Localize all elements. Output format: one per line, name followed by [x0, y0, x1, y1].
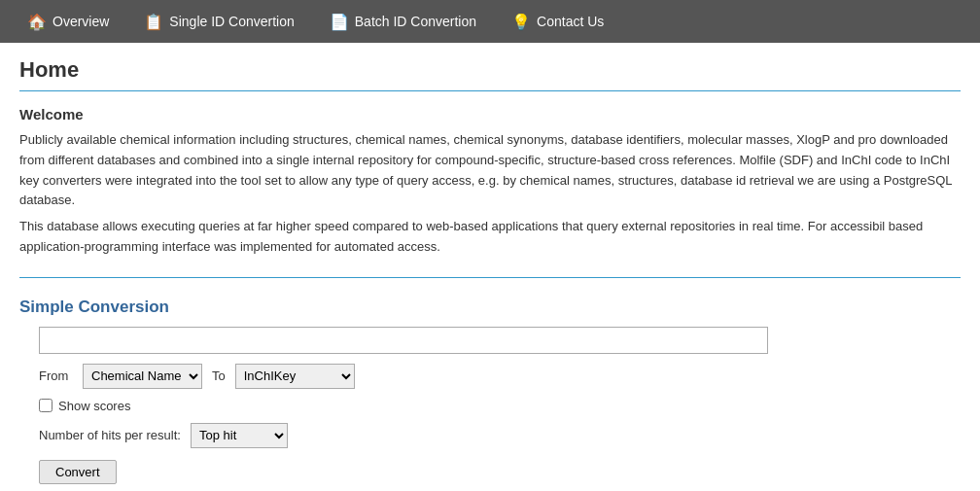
nav-contact[interactable]: 💡 Contact Us	[494, 0, 621, 43]
nav-contact-label: Contact Us	[537, 14, 604, 29]
query-input-row	[39, 327, 961, 354]
nav-overview-label: Overview	[52, 14, 109, 29]
title-divider	[19, 90, 961, 91]
hits-label: Number of hits per result:	[39, 428, 181, 442]
section-divider	[19, 277, 961, 278]
conversion-form: From Chemical Name InChI InChIKey SMILES…	[39, 327, 961, 484]
home-icon: 🏠	[27, 13, 47, 31]
from-label: From	[39, 368, 73, 383]
to-select[interactable]: InChIKey InChI SMILES Chemical Name CAS …	[235, 364, 355, 389]
nav-batch-id-label: Batch ID Convertion	[355, 14, 476, 29]
nav-single-id[interactable]: 📋 Single ID Convertion	[126, 0, 311, 43]
show-scores-label: Show scores	[58, 399, 130, 413]
hits-row: Number of hits per result: Top hit 5 10 …	[39, 423, 961, 448]
welcome-text2: This database allows executing queries a…	[19, 217, 961, 258]
batch-id-icon: 📄	[330, 13, 349, 31]
main-content: Home Welcome Publicly available chemical…	[0, 43, 980, 491]
nav-overview[interactable]: 🏠 Overview	[10, 0, 126, 43]
page-title: Home	[19, 57, 961, 83]
single-id-icon: 📋	[144, 13, 163, 31]
from-select[interactable]: Chemical Name InChI InChIKey SMILES CAS …	[83, 364, 202, 389]
show-scores-checkbox[interactable]	[39, 399, 52, 412]
navigation: 🏠 Overview 📋 Single ID Convertion 📄 Batc…	[0, 0, 980, 43]
conversion-title: Simple Conversion	[19, 298, 961, 317]
nav-single-id-label: Single ID Convertion	[169, 14, 294, 29]
convert-button[interactable]: Convert	[39, 460, 117, 484]
conversion-section: Simple Conversion From Chemical Name InC…	[19, 293, 961, 489]
welcome-text1: Publicly available chemical information …	[19, 130, 961, 211]
from-to-row: From Chemical Name InChI InChIKey SMILES…	[39, 364, 961, 389]
welcome-section: Welcome Publicly available chemical info…	[19, 106, 961, 258]
contact-icon: 💡	[511, 13, 531, 31]
query-input[interactable]	[39, 327, 768, 354]
to-label: To	[212, 368, 226, 383]
hits-select[interactable]: Top hit 5 10 All	[191, 423, 288, 448]
welcome-heading: Welcome	[19, 106, 961, 123]
show-scores-row: Show scores	[39, 399, 961, 413]
nav-batch-id[interactable]: 📄 Batch ID Convertion	[312, 0, 494, 43]
